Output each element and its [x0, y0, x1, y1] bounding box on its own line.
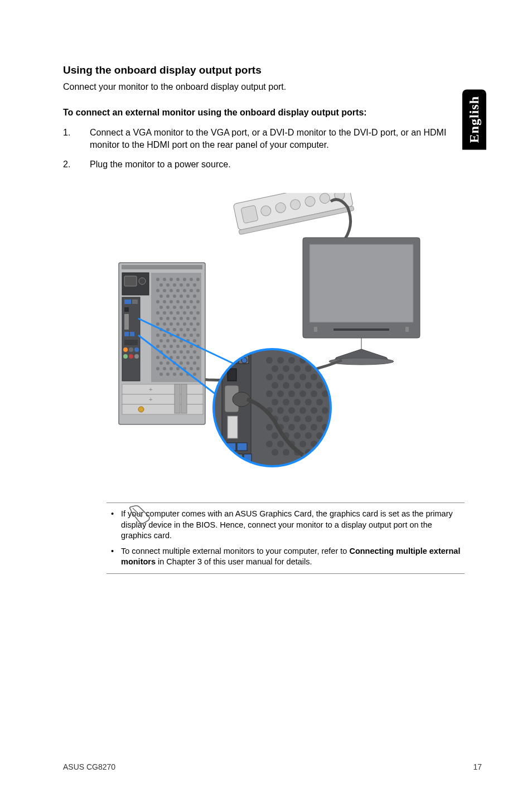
svg-point-208: [316, 416, 323, 422]
svg-point-152: [134, 354, 139, 359]
svg-point-108: [166, 350, 170, 354]
svg-point-37: [170, 289, 173, 292]
svg-point-183: [283, 382, 289, 389]
svg-point-74: [156, 322, 159, 326]
svg-point-220: [266, 441, 273, 447]
svg-point-25: [176, 278, 180, 281]
svg-point-186: [316, 382, 323, 389]
svg-point-200: [288, 407, 295, 414]
svg-point-125: [193, 361, 196, 365]
svg-point-20: [139, 278, 146, 284]
diagram-svg: + +: [91, 193, 437, 472]
svg-point-27: [190, 278, 193, 281]
svg-point-50: [170, 300, 173, 303]
svg-point-149: [134, 347, 139, 352]
svg-point-166: [277, 357, 284, 364]
svg-point-134: [166, 373, 170, 376]
svg-rect-10: [309, 244, 413, 322]
svg-point-117: [183, 356, 186, 359]
page-footer: ASUS CG8270 17: [63, 762, 482, 771]
svg-point-64: [176, 311, 180, 315]
svg-point-203: [322, 407, 328, 414]
svg-point-206: [294, 416, 301, 422]
note-text: To connect multiple external monitors to…: [121, 546, 465, 568]
svg-point-133: [159, 373, 163, 376]
svg-point-119: [196, 356, 200, 359]
svg-point-226: [272, 449, 278, 456]
svg-point-72: [186, 317, 190, 320]
footer-model: ASUS CG8270: [63, 762, 115, 771]
svg-point-150: [123, 354, 128, 359]
svg-point-32: [180, 283, 183, 287]
svg-point-49: [163, 300, 166, 303]
svg-point-30: [166, 283, 170, 287]
svg-point-158: [138, 407, 144, 412]
svg-point-131: [190, 367, 193, 370]
svg-rect-19: [124, 276, 137, 286]
svg-rect-238: [228, 416, 238, 438]
svg-point-58: [180, 306, 183, 309]
svg-point-52: [183, 300, 186, 303]
svg-point-185: [305, 382, 312, 389]
svg-point-124: [186, 361, 190, 365]
svg-point-177: [277, 374, 284, 380]
svg-rect-159: [175, 384, 180, 413]
svg-point-129: [176, 367, 180, 370]
svg-point-45: [180, 294, 183, 298]
note-block: • If your computer comes with an ASUS Gr…: [107, 503, 465, 574]
svg-point-36: [163, 289, 166, 292]
svg-point-22: [156, 278, 159, 281]
svg-point-118: [190, 356, 193, 359]
svg-point-170: [322, 357, 328, 364]
svg-point-190: [299, 390, 306, 397]
svg-point-151: [129, 354, 133, 359]
svg-point-225: [322, 441, 328, 447]
svg-point-113: [156, 356, 159, 359]
svg-point-165: [266, 357, 273, 364]
svg-rect-142: [124, 307, 129, 312]
svg-point-187: [266, 390, 273, 397]
svg-point-191: [311, 390, 317, 397]
svg-point-80: [196, 322, 200, 326]
svg-point-48: [156, 300, 159, 303]
svg-rect-144: [124, 332, 129, 336]
svg-rect-146: [124, 340, 138, 345]
svg-point-148: [129, 347, 133, 352]
svg-point-223: [299, 441, 306, 447]
svg-point-197: [316, 399, 323, 405]
svg-point-65: [183, 311, 186, 315]
svg-text:+: +: [149, 396, 152, 403]
svg-point-110: [180, 350, 183, 354]
svg-point-93: [196, 334, 200, 337]
svg-rect-13: [405, 327, 409, 332]
svg-point-179: [299, 374, 306, 380]
note-item: • If your computer comes with an ASUS Gr…: [111, 509, 465, 542]
svg-point-109: [173, 350, 176, 354]
svg-point-182: [272, 382, 278, 389]
svg-point-55: [159, 306, 163, 309]
svg-rect-14: [333, 328, 389, 331]
svg-point-94: [159, 339, 163, 342]
svg-point-24: [170, 278, 173, 281]
svg-rect-235: [228, 369, 236, 381]
svg-point-178: [288, 374, 295, 380]
svg-point-100: [156, 345, 159, 348]
svg-point-211: [288, 424, 295, 431]
svg-point-215: [272, 432, 278, 439]
svg-point-171: [272, 365, 278, 372]
svg-point-95: [166, 339, 170, 342]
svg-point-87: [156, 334, 159, 337]
svg-point-59: [186, 306, 190, 309]
svg-point-111: [186, 350, 190, 354]
footer-page-number: 17: [473, 762, 482, 771]
bullet: •: [111, 546, 121, 568]
svg-point-105: [190, 345, 193, 348]
svg-point-63: [170, 311, 173, 315]
svg-point-205: [283, 416, 289, 422]
svg-point-217: [294, 432, 301, 439]
svg-rect-240: [237, 443, 247, 451]
svg-point-209: [266, 424, 273, 431]
svg-point-40: [190, 289, 193, 292]
note-item: • To connect multiple external monitors …: [111, 546, 465, 568]
svg-point-138: [193, 373, 196, 376]
